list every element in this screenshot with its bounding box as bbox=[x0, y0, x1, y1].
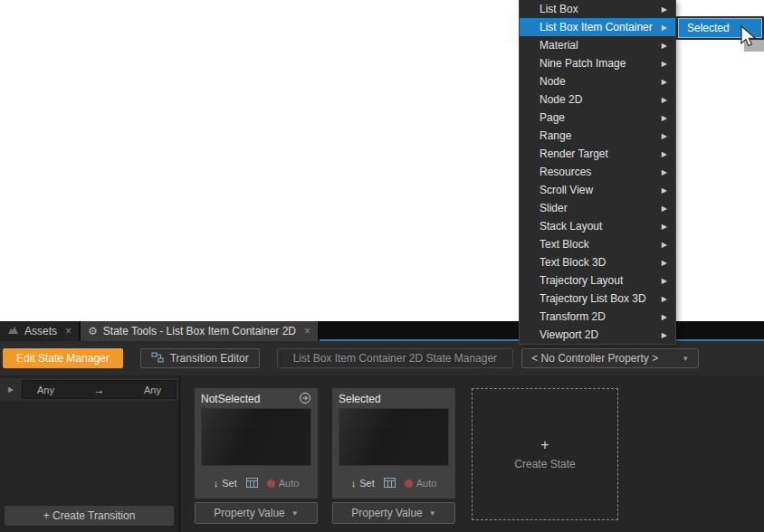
auto-label: Auto bbox=[416, 478, 437, 489]
submenu-arrow-icon: ▶ bbox=[662, 277, 667, 285]
keyframes-icon[interactable] bbox=[246, 475, 258, 491]
down-arrow-icon: ↓ bbox=[351, 478, 357, 489]
edit-state-manager-button[interactable]: Edit State Manager bbox=[3, 348, 123, 368]
submenu-arrow-icon: ▶ bbox=[662, 168, 667, 176]
mouse-cursor bbox=[740, 25, 757, 51]
auto-record-toggle[interactable]: Auto bbox=[267, 478, 300, 489]
keyframes-icon[interactable] bbox=[384, 475, 396, 491]
property-value-label: Property Value bbox=[214, 507, 285, 519]
state-name: NotSelected bbox=[201, 393, 260, 405]
record-dot-icon bbox=[267, 480, 275, 488]
close-icon[interactable]: × bbox=[304, 325, 310, 337]
tab-state-tools[interactable]: ⚙ State Tools - List Box Item Container … bbox=[81, 321, 318, 341]
state-column-notselected: NotSelected ↓ Set bbox=[195, 388, 318, 524]
down-arrow-icon: ↓ bbox=[214, 478, 219, 489]
menu-item-text-block-3d[interactable]: Text Block 3D▶ bbox=[520, 253, 675, 271]
state-card-notselected[interactable]: NotSelected ↓ Set bbox=[195, 388, 318, 499]
set-label: Set bbox=[359, 478, 375, 489]
chevron-down-icon: ▼ bbox=[429, 509, 436, 518]
set-label: Set bbox=[222, 478, 237, 489]
chevron-down-icon: ▼ bbox=[682, 355, 689, 363]
expander-icon[interactable]: ▶ bbox=[0, 385, 22, 394]
screen: Assets × ⚙ State Tools - List Box Item C… bbox=[0, 0, 764, 532]
menu-item-nine-patch-image[interactable]: Nine Patch Image▶ bbox=[520, 54, 675, 72]
submenu-arrow-icon: ▶ bbox=[662, 132, 667, 140]
gear-icon: ⚙ bbox=[88, 326, 98, 337]
state-card-controls: ↓ Set Auto bbox=[332, 473, 455, 493]
close-icon[interactable]: × bbox=[65, 325, 72, 337]
transitions-panel: ▶ Any → Any + Create Transition bbox=[0, 375, 181, 532]
submenu-arrow-icon: ▶ bbox=[662, 204, 667, 213]
transition-from: Any bbox=[37, 385, 54, 395]
menu-item-slider[interactable]: Slider▶ bbox=[520, 199, 675, 217]
property-value-label: Property Value bbox=[351, 507, 423, 519]
menu-item-trajectory-list-box-3d[interactable]: Trajectory List Box 3D▶ bbox=[520, 290, 675, 308]
submenu-arrow-icon: ▶ bbox=[662, 259, 667, 267]
controller-property-value: < No Controller Property > bbox=[531, 352, 658, 365]
state-card-selected[interactable]: Selected ↓ Set bbox=[332, 388, 455, 499]
submenu-arrow-icon: ▶ bbox=[662, 313, 667, 321]
create-state-label: Create State bbox=[514, 458, 575, 470]
submenu-arrow-icon: ▶ bbox=[662, 96, 667, 104]
assets-icon bbox=[7, 325, 19, 337]
state-manager-name: List Box Item Container 2D State Manager bbox=[277, 348, 513, 368]
state-card-title: NotSelected bbox=[195, 388, 318, 408]
transition-editor-icon bbox=[151, 352, 164, 366]
state-card-title: Selected bbox=[332, 388, 455, 408]
menu-item-render-target[interactable]: Render Target▶ bbox=[520, 145, 675, 163]
states-area: NotSelected ↓ Set bbox=[181, 375, 764, 532]
bottom-panel: Assets × ⚙ State Tools - List Box Item C… bbox=[0, 321, 764, 532]
plus-icon: + bbox=[540, 438, 549, 452]
context-menu: List Box▶ List Box Item Container▶ Mater… bbox=[519, 0, 676, 345]
set-button[interactable]: ↓ Set bbox=[351, 478, 375, 489]
menu-item-trajectory-layout[interactable]: Trajectory Layout▶ bbox=[520, 271, 675, 290]
menu-item-list-box-item-container[interactable]: List Box Item Container▶ bbox=[520, 18, 675, 36]
controller-property-dropdown[interactable]: < No Controller Property > ▼ bbox=[521, 348, 699, 368]
menu-item-text-block[interactable]: Text Block▶ bbox=[520, 235, 675, 253]
state-card-controls: ↓ Set Auto bbox=[195, 473, 318, 493]
submenu-arrow-icon: ▶ bbox=[662, 114, 667, 122]
menu-item-node[interactable]: Node▶ bbox=[520, 72, 675, 90]
state-preview-thumbnail[interactable] bbox=[339, 408, 449, 466]
transition-any-any[interactable]: Any → Any bbox=[22, 380, 177, 399]
property-value-dropdown[interactable]: Property Value ▼ bbox=[195, 502, 318, 524]
state-name: Selected bbox=[339, 393, 381, 405]
auto-record-toggle[interactable]: Auto bbox=[405, 478, 437, 489]
transition-row[interactable]: ▶ Any → Any bbox=[0, 378, 178, 401]
menu-item-list-box[interactable]: List Box▶ bbox=[520, 0, 675, 18]
create-state-button[interactable]: + Create State bbox=[472, 388, 618, 520]
submenu-arrow-icon: ▶ bbox=[662, 241, 667, 249]
submenu-arrow-icon: ▶ bbox=[662, 295, 667, 303]
set-button[interactable]: ↓ Set bbox=[214, 478, 237, 489]
tab-assets[interactable]: Assets × bbox=[0, 321, 79, 341]
record-dot-icon bbox=[405, 480, 413, 488]
transition-to: Any bbox=[144, 385, 161, 395]
auto-label: Auto bbox=[279, 478, 300, 489]
tab-label: Assets bbox=[24, 325, 57, 337]
transition-editor-button[interactable]: Transition Editor bbox=[140, 348, 260, 368]
menu-item-range[interactable]: Range▶ bbox=[520, 127, 675, 145]
chevron-down-icon: ▼ bbox=[291, 509, 299, 518]
menu-item-page[interactable]: Page▶ bbox=[520, 109, 675, 127]
menu-item-stack-layout[interactable]: Stack Layout▶ bbox=[520, 217, 675, 235]
submenu-arrow-icon: ▶ bbox=[662, 24, 667, 32]
menu-item-material[interactable]: Material▶ bbox=[520, 36, 675, 54]
menu-item-transform-2d[interactable]: Transform 2D▶ bbox=[520, 308, 675, 326]
menu-item-viewport-2d[interactable]: Viewport 2D▶ bbox=[520, 326, 675, 344]
submenu-arrow-icon: ▶ bbox=[662, 331, 667, 339]
transition-editor-label: Transition Editor bbox=[170, 352, 249, 365]
submenu-arrow-icon: ▶ bbox=[662, 78, 667, 86]
state-preview-thumbnail[interactable] bbox=[201, 408, 311, 466]
toolbar: Edit State Manager Transition Editor Lis… bbox=[0, 341, 764, 375]
submenu-arrow-icon: ▶ bbox=[662, 150, 667, 158]
create-transition-button[interactable]: + Create Transition bbox=[5, 506, 174, 526]
menu-item-scroll-view[interactable]: Scroll View▶ bbox=[520, 181, 675, 199]
submenu-arrow-icon: ▶ bbox=[662, 5, 667, 14]
menu-item-resources[interactable]: Resources▶ bbox=[520, 163, 675, 181]
menu-item-node-2d[interactable]: Node 2D▶ bbox=[520, 90, 675, 109]
submenu-arrow-icon: ▶ bbox=[662, 42, 667, 50]
state-column-selected: Selected ↓ Set bbox=[332, 388, 455, 524]
property-value-dropdown[interactable]: Property Value ▼ bbox=[332, 502, 455, 524]
panel-content: ▶ Any → Any + Create Transition NotSelec… bbox=[0, 375, 764, 532]
submenu-arrow-icon: ▶ bbox=[662, 186, 667, 195]
